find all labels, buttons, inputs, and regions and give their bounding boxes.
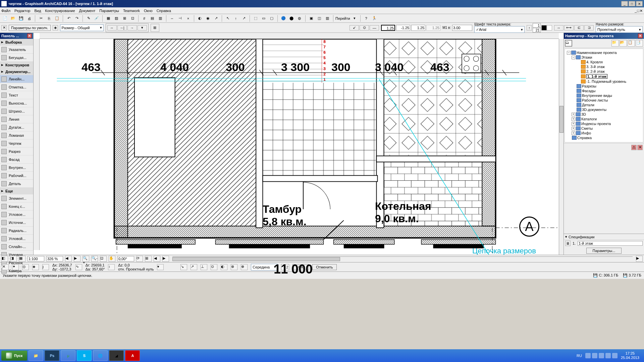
snap-n[interactable] [281,264,289,270]
scrollbar-horizontal[interactable] [172,256,633,261]
tray-date[interactable]: 25.04.2013 [621,356,639,360]
marker2[interactable]: ⊙ [360,25,369,31]
minimize-button[interactable]: _ [621,1,628,6]
win2-button[interactable]: ◫ [316,15,323,22]
doc-close-button[interactable]: ✕ [640,9,643,13]
navigate-label[interactable]: Перейти [335,16,350,20]
dim-mode-chain[interactable]: ↔ [107,25,117,31]
menu-file[interactable]: Файл [1,9,10,13]
nav-floor-item[interactable]: 3. 3-й этаж [566,64,642,69]
color-white[interactable] [547,25,552,31]
snap-i3[interactable]: ⊥ [201,264,207,270]
tool-item-4[interactable]: Линейн... [0,75,33,83]
nav-floor-item[interactable]: -1. Подземный уровень [566,79,642,84]
arr3-button[interactable]: ↗ [240,15,248,22]
dim-settings-icon[interactable]: ⊞ [151,24,159,32]
maximize-button[interactable]: □ [629,1,635,6]
sel1-button[interactable]: ▦ [105,15,112,22]
scale-input[interactable] [452,25,472,31]
tool-item-25[interactable]: Сплайн-... [0,243,33,251]
nav-group-item[interactable]: +Индексы проекта [566,121,642,126]
redo-button[interactable]: ↷ [73,15,80,22]
tick3[interactable]: ⊏ [574,25,584,31]
tool-item-13[interactable]: Разрез [0,147,33,156]
tray-icon-1[interactable] [585,353,591,358]
tray-icon-4[interactable] [605,353,611,358]
sel4-button[interactable]: ⊡ [129,15,136,22]
qo-d[interactable]: ▶ [162,256,169,262]
default-params-button[interactable]: Параметры по умолч. [9,25,51,31]
spec-warn2-icon[interactable]: ✕ [637,145,643,150]
menu-edit[interactable]: Редактор [14,9,30,13]
qo-c[interactable]: ◀ [154,256,160,262]
zoom-display[interactable] [46,256,63,261]
nav-group-item[interactable]: Рабочие листы [566,98,642,103]
navigator-tree[interactable]: −Наименование проекта −Этажи 4. Кровля3.… [565,49,643,142]
spec-row-input[interactable] [578,241,643,246]
nav-group-item[interactable]: Фасады [566,88,642,93]
tool-item-9[interactable]: Линия [0,115,33,123]
nav-group-item[interactable]: +3D [566,112,642,117]
snap-i5[interactable]: ◐ [221,264,227,270]
menu-options[interactable]: Параметры [99,9,119,13]
pick-button[interactable]: ✎ [85,15,92,22]
tool-item-24[interactable]: Угловой... [0,235,33,243]
cb-i6[interactable]: ↕ [108,264,115,270]
tool-item-11[interactable]: Ломаная [0,131,33,139]
view2-button[interactable]: ▭ [260,15,267,22]
sel2-button[interactable]: ▨ [113,15,120,22]
grid1-button[interactable]: # [141,15,148,22]
snap-mode-combo[interactable]: Середина▾ [251,264,278,270]
layer-combo[interactable]: Размер - Общий▾ [60,24,104,31]
task-archicad[interactable]: ◢ [109,350,124,361]
new-button[interactable]: 📄 [1,15,9,22]
tool-item-0[interactable]: Указатель [0,46,33,54]
snap-i1[interactable]: ↘ [180,264,187,270]
win3-button[interactable]: ▥ [324,15,331,22]
menu-document[interactable]: Документ [79,9,96,13]
tool-item-2[interactable]: ▸ Конструиров [0,62,33,68]
angle-display[interactable] [117,256,134,261]
scrollbar-vertical[interactable] [559,39,564,255]
cb-drop[interactable]: ▾ [157,264,164,270]
arr1-button[interactable]: ↖ [224,15,231,22]
nav-floor-item[interactable]: 1. 1-й этаж [566,74,642,79]
run-icon[interactable]: 🏃 [371,15,378,22]
nav-qb1[interactable]: 📁 [611,40,619,47]
doc-maximize-button[interactable]: □ [637,9,639,13]
num-b[interactable] [533,28,541,33]
tool-item-21[interactable]: Угловое... [0,210,33,219]
menu-teamwork[interactable]: Teamwork [123,9,140,13]
nav-map-button[interactable]: 🗂 [565,40,572,47]
grid3-button[interactable]: ▥ [157,15,164,22]
nav-group-item[interactable]: Справка [566,135,642,140]
task-acrobat[interactable]: A [125,350,140,361]
tool-item-1[interactable]: Бегущая... [0,54,33,62]
tray-icon-5[interactable] [612,353,618,358]
nav-group-item[interactable]: Разрезы [566,84,642,88]
font-combo[interactable]: ✓ Arial▾ [474,26,525,33]
dim-val-c[interactable]: 1.25 [411,25,425,31]
dim-val-b[interactable]: -1.25 [396,25,410,31]
copy-button[interactable]: ⎘ [45,15,53,22]
close-toolbar-icon[interactable]: ✕ [1,25,7,31]
snap-i7[interactable]: ⊕ [241,264,248,270]
nav-group-item[interactable]: Внутренние виды [566,93,642,98]
view3-button[interactable]: ▢ [268,15,275,22]
cut-button[interactable]: ✂ [37,15,45,22]
tray-icon-3[interactable] [599,353,604,358]
misc2-button[interactable]: ⬤ [288,15,295,22]
snap3-button[interactable]: × [184,15,192,22]
qo-icon2[interactable]: ◨ [10,256,17,262]
zoom-out[interactable]: 🔍- [91,256,98,262]
tray-time[interactable]: 17:25 [621,351,639,356]
nav-group-item[interactable]: +Каталоги [566,117,642,121]
nav-floor-item[interactable]: 4. Кровля [566,60,642,64]
spec-params-button[interactable]: Параметры... [586,248,622,254]
arr2-button[interactable]: ↑ [232,15,239,22]
nav-qb3[interactable]: 📋 [628,40,635,47]
snap-i2[interactable]: ↗ [191,264,197,270]
qo-icon1[interactable]: ◧ [1,256,8,262]
start-button[interactable]: Пуск [1,351,27,361]
tick4[interactable]: ⊐ [584,25,594,31]
